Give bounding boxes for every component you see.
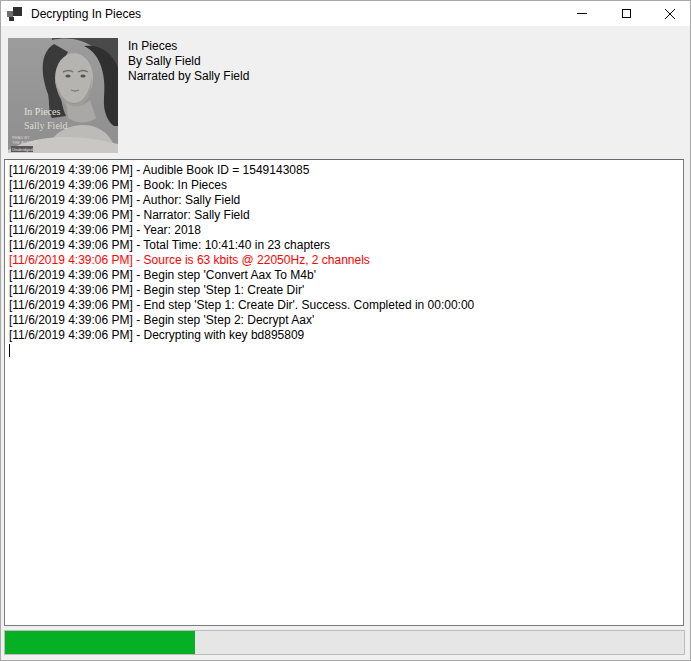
log-line: [11/6/2019 4:39:06 PM] - End step 'Step … [9,298,679,313]
log-line: [11/6/2019 4:39:06 PM] - Audible Book ID… [9,163,679,178]
window-title: Decrypting In Pieces [31,7,141,21]
log-line: [11/6/2019 4:39:06 PM] - Year: 2018 [9,223,679,238]
log-line: [11/6/2019 4:39:06 PM] - Narrator: Sally… [9,208,679,223]
progress-fill [5,631,195,654]
log-line: [11/6/2019 4:39:06 PM] - Author: Sally F… [9,193,679,208]
close-icon [664,8,676,20]
maximize-button[interactable] [604,1,649,26]
minimize-button[interactable] [559,1,604,26]
log-line: [11/6/2019 4:39:06 PM] - Begin step 'Ste… [9,313,679,328]
log-line: [11/6/2019 4:39:06 PM] - Decrypting with… [9,328,679,343]
book-cover: In Pieces Sally Field READ BY THE AUTHOR… [8,38,118,153]
cover-author-text: Sally Field [24,120,68,131]
book-narrator: Narrated by Sally Field [128,69,249,84]
log-line: [11/6/2019 4:39:06 PM] - Book: In Pieces [9,178,679,193]
log-line: [11/6/2019 4:39:06 PM] - Total Time: 10:… [9,238,679,253]
minimize-icon [577,13,587,14]
log-textbox[interactable]: [11/6/2019 4:39:06 PM] - Audible Book ID… [4,159,684,626]
app-icon [7,6,23,22]
maximize-icon [622,9,631,18]
cover-readby-line2: THE AUTHOR [12,140,38,145]
log-line: [11/6/2019 4:39:06 PM] - Begin step 'Ste… [9,283,679,298]
app-window: Decrypting In Pieces [0,0,691,661]
book-author: By Sally Field [128,54,249,69]
cover-title-text: In Pieces [24,106,60,117]
progress-bar [4,630,685,655]
log-line: [11/6/2019 4:39:06 PM] - Begin step 'Con… [9,268,679,283]
book-title: In Pieces [128,39,249,54]
book-cover-image: In Pieces Sally Field READ BY THE AUTHOR… [8,38,118,153]
cover-unabridged-label: Unabridged [12,147,33,152]
text-caret [9,344,10,357]
close-button[interactable] [649,1,690,26]
log-line: [11/6/2019 4:39:06 PM] - Source is 63 kb… [9,253,679,268]
book-info: In Pieces By Sally Field Narrated by Sal… [128,39,249,84]
titlebar[interactable]: Decrypting In Pieces [1,1,690,26]
